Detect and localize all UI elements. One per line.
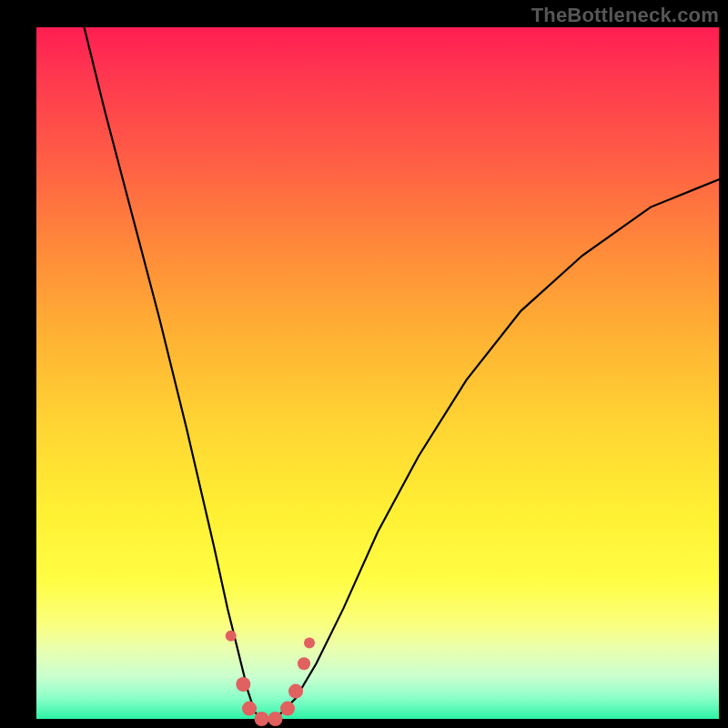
watermark-text: TheBottleneck.com — [531, 4, 719, 27]
curve-marker — [236, 677, 250, 692]
curve-marker — [288, 684, 303, 699]
curve-marker — [255, 712, 269, 726]
chart-frame: TheBottleneck.com — [0, 0, 728, 728]
curve-marker — [304, 637, 315, 648]
curve-marker — [298, 657, 310, 670]
curve-marker — [268, 712, 283, 726]
curve-markers — [226, 631, 315, 726]
curve-marker — [226, 631, 237, 642]
curve-layer — [36, 27, 719, 719]
curve-marker — [242, 702, 257, 716]
plot-area — [36, 27, 719, 719]
curve-marker — [280, 702, 295, 716]
bottleneck-curve — [85, 27, 720, 719]
